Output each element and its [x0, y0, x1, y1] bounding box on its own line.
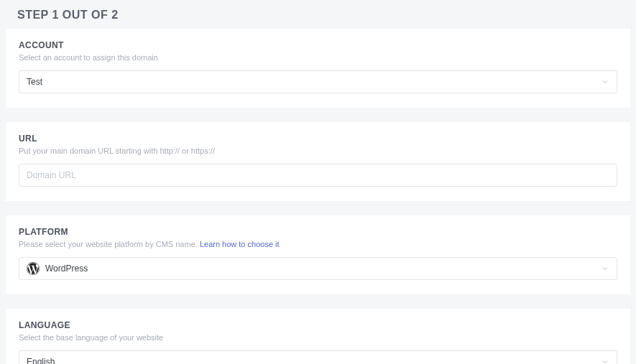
url-card: URL Put your main domain URL starting wi… [6, 122, 630, 201]
language-select-value: English [27, 357, 601, 364]
account-subtitle: Select an account to assign this domain [19, 53, 617, 62]
chevron-down-icon [601, 78, 609, 86]
chevron-down-icon [601, 264, 609, 273]
account-select-value: Test [27, 77, 601, 87]
platform-learn-link[interactable]: Learn how to choose it [200, 240, 280, 248]
language-card: LANGUAGE Select the base language of you… [6, 309, 630, 364]
wordpress-icon [27, 262, 40, 275]
language-title: LANGUAGE [19, 320, 617, 330]
platform-select-value: WordPress [45, 263, 601, 274]
page-title: STEP 1 OUT OF 2 [0, 0, 636, 29]
platform-subtitle: Please select your website platform by C… [19, 240, 617, 248]
url-subtitle: Put your main domain URL starting with h… [19, 146, 617, 155]
account-title: ACCOUNT [19, 40, 617, 50]
platform-title: PLATFORM [19, 227, 617, 237]
url-title: URL [19, 134, 617, 144]
platform-card: PLATFORM Please select your website plat… [6, 215, 630, 294]
account-select[interactable]: Test [19, 70, 617, 93]
language-select[interactable]: English [19, 350, 617, 364]
platform-select[interactable]: WordPress [19, 257, 617, 280]
account-card: ACCOUNT Select an account to assign this… [6, 29, 630, 108]
language-subtitle: Select the base language of your website [19, 333, 617, 342]
url-input-wrap [19, 164, 617, 187]
platform-subtitle-text: Please select your website platform by C… [19, 240, 200, 248]
url-input[interactable] [27, 170, 609, 180]
chevron-down-icon [601, 358, 609, 364]
